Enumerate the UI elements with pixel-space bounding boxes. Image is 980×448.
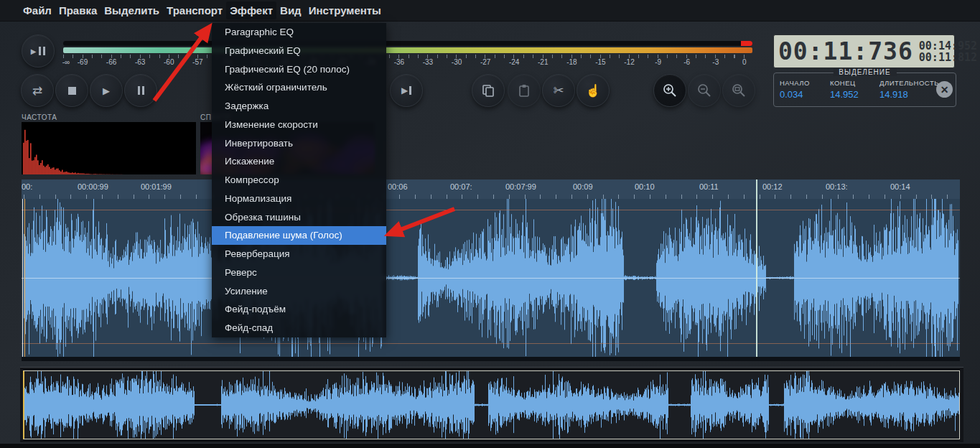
menubar-item-Инструменты[interactable]: Инструменты: [305, 1, 385, 19]
play-button[interactable]: ▶: [90, 74, 123, 107]
menubar-item-Файл[interactable]: Файл: [19, 1, 55, 19]
waveform-area[interactable]: [22, 199, 960, 357]
meter-label: -63: [135, 58, 145, 66]
menubar: ФайлПравкаВыделитьТранспортЭффектВидИнст…: [0, 0, 980, 22]
meter-clip-indicator: [741, 41, 752, 46]
close-icon: ✕: [941, 84, 949, 95]
menubar-item-Выделить[interactable]: Выделить: [101, 1, 163, 19]
meter-label: -∞: [62, 58, 70, 66]
level-meter: -∞-69-66-63-60-57-54-51-48-45-42-39-36-3…: [63, 39, 752, 68]
footer-strip: [0, 444, 980, 448]
waveform-canvas[interactable]: [24, 199, 958, 357]
hand-pen-icon: ☝: [585, 83, 600, 98]
play-icon: ▶: [103, 85, 110, 96]
effects-menu-item[interactable]: Обрезка тишины: [212, 208, 386, 227]
effects-menu-item[interactable]: Задержка: [212, 97, 386, 116]
pause-icon: [138, 86, 144, 95]
zoom-fit-button[interactable]: [722, 74, 755, 107]
effects-menu-item[interactable]: Графический EQ (20 полос): [212, 60, 386, 79]
effects-menu-item[interactable]: Компрессор: [212, 171, 386, 190]
clear-selection-button[interactable]: ✕: [936, 81, 953, 98]
effects-menu-item[interactable]: Искажение: [212, 152, 386, 171]
meter-label: -33: [423, 58, 433, 66]
stop-icon: [68, 87, 76, 95]
skip-end-button[interactable]: ▶: [390, 74, 423, 107]
effects-menu-item[interactable]: Фейд-спад: [212, 319, 386, 337]
effects-menu-item[interactable]: Подавление шума (Голос): [212, 226, 386, 245]
meter-label: -3: [712, 58, 719, 66]
meter-gradient-bar: [63, 47, 752, 53]
paste-icon: [517, 83, 531, 98]
meter-label: -30: [452, 58, 462, 66]
current-time: 00:11:736: [778, 37, 913, 65]
timeline-label: 00:00:99: [78, 182, 108, 191]
skip-end-icon: ▶: [401, 85, 408, 95]
effects-menu-item[interactable]: Фейд-подъём: [212, 300, 386, 319]
meter-label: -12: [624, 58, 634, 66]
menubar-item-Правка[interactable]: Правка: [55, 1, 101, 19]
timeline-label: 00:09: [573, 182, 593, 191]
zoom-fit-icon: [731, 83, 747, 98]
frequency-panel-label: ЧАСТОТА: [22, 113, 57, 121]
timeline-label: 00:07:99: [505, 182, 536, 191]
selection-field: НАЧАЛО0.034: [780, 79, 810, 100]
timeline-label: 00:11: [699, 182, 719, 191]
zoom-out-button[interactable]: [688, 74, 721, 107]
menubar-item-Вид[interactable]: Вид: [276, 1, 305, 19]
effects-menu: Paragraphic EQГрафический EQГрафический …: [212, 23, 386, 337]
effects-menu-item[interactable]: Реверберация: [212, 245, 386, 263]
timeline-label: 00:07:: [450, 182, 472, 191]
meter-label: -69: [78, 58, 88, 66]
menubar-item-Эффект[interactable]: Эффект: [226, 1, 276, 19]
loop-button[interactable]: ⇄: [21, 74, 54, 107]
timeline-label: 00:: [22, 182, 32, 191]
meter-label: -36: [394, 58, 404, 66]
play-icon: ▶: [31, 47, 37, 55]
timeline-ruler[interactable]: 00:00:00:9900:01:9900:0600:07:00:07:9900…: [22, 179, 960, 199]
effects-menu-item[interactable]: Усиление: [212, 282, 386, 301]
draw-tool-button[interactable]: ☝: [577, 74, 610, 107]
remaining-time: 00:11:812: [919, 52, 977, 63]
pause-button[interactable]: [124, 74, 157, 107]
meter-label: -57: [192, 58, 202, 66]
menubar-item-Транспорт[interactable]: Транспорт: [163, 1, 226, 19]
stop-button[interactable]: [55, 74, 88, 107]
timeline-label: 00:13:: [826, 182, 848, 191]
meter-label: -24: [509, 58, 519, 66]
effects-menu-item[interactable]: Реверс: [212, 263, 386, 282]
cut-button[interactable]: ✂: [542, 74, 575, 107]
timeline-label: 00:01:99: [141, 182, 172, 191]
meter-peak-bar: [63, 41, 752, 46]
meter-label: -15: [595, 58, 605, 66]
overview-waveform[interactable]: [24, 371, 960, 439]
effects-menu-item[interactable]: Жёсткий ограничитель: [212, 78, 386, 97]
meter-label: -9: [655, 58, 661, 66]
pause-icon: [39, 47, 45, 55]
overview-strip[interactable]: [20, 367, 963, 442]
effects-menu-item[interactable]: Графический EQ: [212, 42, 386, 60]
effects-menu-item[interactable]: Paragraphic EQ: [212, 23, 386, 42]
waveform-bottom-strip: [22, 357, 960, 361]
play-pause-button[interactable]: ▶: [22, 34, 55, 67]
paste-button[interactable]: [508, 74, 541, 107]
effects-menu-item[interactable]: Инвертировать: [212, 134, 386, 153]
time-display: 00:11:736 00:14:952 00:11:812: [773, 34, 955, 68]
meter-label: -6: [683, 58, 690, 66]
timeline-label: 00:12: [762, 182, 783, 191]
copy-button[interactable]: [472, 74, 505, 107]
copy-icon: [481, 83, 495, 98]
audio-editor-app: ФайлПравкаВыделитьТранспортЭффектВидИнст…: [0, 0, 980, 448]
timeline-label: 00:14: [890, 182, 910, 191]
selection-field: ДЛИТЕЛЬНОСТЬ14.918: [879, 79, 939, 100]
selection-panel: ВЫДЕЛЕНИЕ НАЧАЛО0.034КОНЕЦ14.952ДЛИТЕЛЬН…: [773, 73, 956, 107]
meter-label: -21: [538, 58, 548, 66]
zoom-in-button[interactable]: [653, 74, 686, 107]
effects-menu-item[interactable]: Нормализация: [212, 190, 386, 208]
effects-menu-item[interactable]: Изменение скорости: [212, 116, 386, 134]
selection-panel-title: ВЫДЕЛЕНИЕ: [833, 68, 896, 76]
loop-icon: ⇄: [32, 83, 42, 98]
meter-label: -66: [106, 58, 116, 66]
zoom-in-icon: [662, 83, 678, 98]
frequency-analyzer: [22, 122, 196, 174]
meter-label: -60: [164, 58, 174, 66]
